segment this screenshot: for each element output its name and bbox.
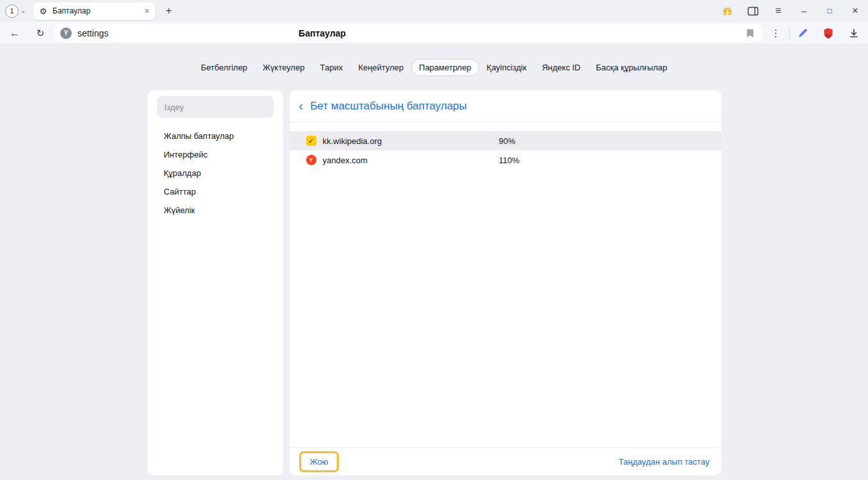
window-close-button[interactable]: × [842,0,868,22]
nav-tab-7[interactable]: Басқа құрылғылар [588,59,675,76]
sidebar-menu: Жалпы баптауларИнтерфейсҚұралдарСайттарЖ… [157,127,274,220]
url-text: settings [78,28,108,38]
toolbar-divider [789,27,790,39]
tab-group-button[interactable]: 1 ⌄ [5,4,26,18]
zoom-value: 110% [499,156,721,165]
tab-strip: 1 ⌄ ⚙ Баптаулар × + ≡ – □ × [0,0,868,22]
address-bar[interactable]: Y settings Баптаулар [54,24,762,42]
browser-tab-settings[interactable]: ⚙ Баптаулар × [33,3,155,20]
nav-tab-3[interactable]: Кеңейтулер [350,59,411,76]
yandex-favicon: Y [306,155,316,165]
zoom-rows: ✓kk.wikipedia.org90%Yyandex.com110% [290,131,721,170]
zoom-settings-panel: ‹ Бет масштабының баптаулары ✓kk.wikiped… [290,90,721,476]
bookmark-icon[interactable] [746,28,754,38]
settings-page: БетбелгілерЖүктеулерТарихКеңейтулерПарам… [0,45,868,480]
nav-tab-2[interactable]: Тарих [313,59,351,76]
site-favicon: Y [60,28,72,39]
chevron-down-icon: ⌄ [20,8,26,14]
search-input[interactable] [157,96,274,118]
toolbar-right: ⋮ [762,22,868,44]
protect-shield-icon[interactable] [819,22,837,44]
table-row[interactable]: ✓kk.wikipedia.org90% [290,131,721,150]
page-title: Баптаулар [299,28,346,38]
sidebar-item-4[interactable]: Жүйелік [157,201,274,220]
nav-tab-1[interactable]: Жүктеулер [255,59,313,76]
gift-icon[interactable] [714,0,740,22]
browser-window: 1 ⌄ ⚙ Баптаулар × + ≡ – □ × ← ↻ Y settin [0,0,868,480]
sidebar-item-0[interactable]: Жалпы баптаулар [157,127,274,145]
settings-nav: БетбелгілерЖүктеулерТарихКеңейтулерПарам… [193,59,675,76]
tab-close-icon[interactable]: × [144,6,149,15]
nav-tab-5[interactable]: Қауіпсіздік [479,59,534,76]
new-tab-button[interactable]: + [159,3,178,20]
panel-header: ‹ Бет масштабының баптаулары [290,90,721,122]
tab-title: Баптаулар [53,6,138,15]
sidebar-item-2[interactable]: Құралдар [157,164,274,182]
side-panel-icon[interactable] [740,0,766,22]
table-row[interactable]: Yyandex.com110% [290,150,721,170]
nav-tab-4[interactable]: Параметрлер [411,59,479,76]
search-box [157,96,274,118]
browser-toolbar: ← ↻ Y settings Баптаулар ⋮ [0,22,868,45]
refresh-icon[interactable]: ↻ [29,22,52,44]
hamburger-menu-icon[interactable]: ≡ [766,0,791,22]
delete-button[interactable]: Жою [301,453,338,470]
panel-spacer [290,170,721,447]
kebab-menu-icon[interactable]: ⋮ [767,22,784,44]
sidebar-item-3[interactable]: Сайттар [157,182,274,201]
minimize-button[interactable]: – [791,0,817,22]
back-icon[interactable]: ← [3,22,26,44]
checkbox-checked-icon[interactable]: ✓ [306,136,316,146]
sidebar-item-1[interactable]: Интерфейс [157,145,274,164]
panel-footer: Жою Таңдаудан алып тастау [290,447,721,476]
settings-sidebar: Жалпы баптауларИнтерфейсҚұралдарСайттарЖ… [147,90,283,476]
download-icon[interactable] [845,22,863,44]
site-name: kk.wikipedia.org [323,136,493,146]
gear-icon: ⚙ [39,6,47,16]
nav-tab-0[interactable]: Бетбелгілер [193,59,255,76]
tab-count-badge: 1 [5,4,19,18]
deselect-all-link[interactable]: Таңдаудан алып тастау [619,457,710,467]
site-name: yandex.com [323,156,493,165]
panel-title: Бет масштабының баптаулары [310,100,467,113]
settings-content: Жалпы баптауларИнтерфейсҚұралдарСайттарЖ… [147,90,721,476]
maximize-button[interactable]: □ [817,0,842,22]
zoom-value: 90% [499,136,721,146]
nav-tab-6[interactable]: Яндекс ID [534,59,588,76]
back-chevron-icon[interactable]: ‹ [299,99,304,113]
tab-strip-right: ≡ – □ × [714,0,868,22]
pen-icon[interactable] [794,22,812,44]
